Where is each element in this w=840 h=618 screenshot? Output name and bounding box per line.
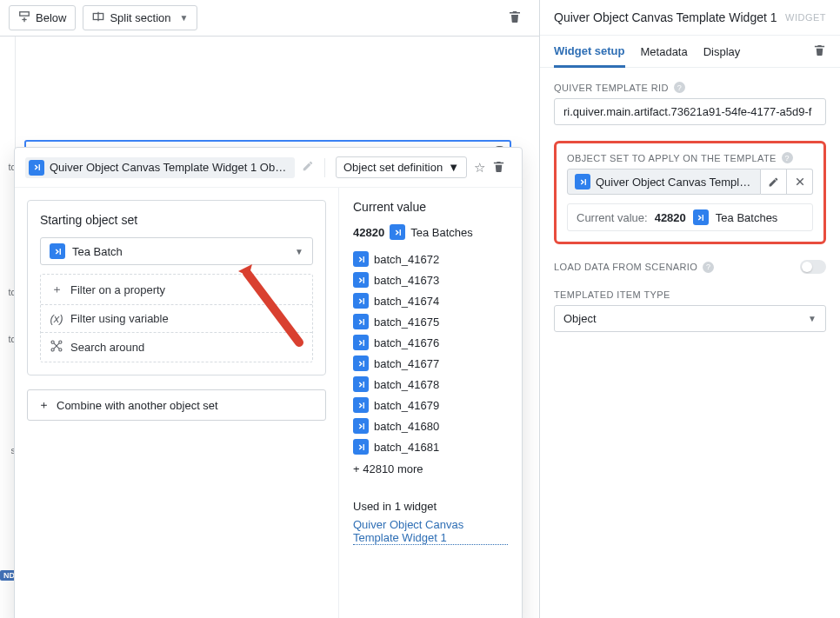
delete-widget-button[interactable] [813,43,826,59]
osd-label: Object set definition [343,161,443,174]
object-type-icon [390,224,405,240]
object-set-highlight: OBJECT SET TO APPLY ON THE TEMPLATE ? Qu… [554,141,826,244]
combine-object-set-button[interactable]: ＋ Combine with another object set [27,389,326,421]
object-icon [353,397,369,413]
plus-icon: ＋ [50,282,63,297]
split-icon [92,10,104,25]
object-set-definition-popup: Quiver Object Canvas Template Widget 1 O… [14,147,523,618]
delete-section-button[interactable] [508,10,522,26]
insert-below-button[interactable]: Below [9,5,76,30]
batch-list-item[interactable]: batch_41673 [353,269,508,290]
svg-rect-18 [363,340,363,346]
load-scenario-text: LOAD DATA FROM SCENARIO [554,262,697,272]
object-set-selector[interactable]: Quiver Object Canvas Template Widget … [567,169,761,195]
tab-display[interactable]: Display [703,37,741,66]
favorite-button[interactable]: ☆ [474,160,485,176]
item-type-value: Object [563,312,597,325]
object-icon [353,439,369,455]
svg-rect-15 [363,277,363,283]
object-count-label: Tea Batches [410,226,473,239]
clear-object-set-button[interactable] [787,169,813,195]
object-set-icon [29,160,44,176]
tab-metadata[interactable]: Metadata [641,37,688,66]
batch-list-item[interactable]: batch_41677 [353,353,508,374]
cv-count: 42820 [655,211,686,224]
svg-rect-26 [584,179,585,185]
svg-point-12 [59,349,62,351]
help-icon[interactable]: ? [703,262,714,273]
load-scenario-toggle[interactable] [800,260,826,274]
svg-rect-20 [363,382,363,388]
plus-icon: ＋ [38,397,50,413]
starting-object-type-value: Tea Batch [72,245,123,258]
starting-object-type-select[interactable]: Tea Batch ▼ [40,237,313,265]
batch-name: batch_41673 [374,274,439,287]
svg-rect-19 [363,361,363,367]
batch-name: batch_41675 [374,316,439,329]
object-type-icon [50,243,65,259]
batch-name: batch_41680 [374,420,439,433]
plus-below-icon [18,10,30,25]
panel-tabs: Widget setup Metadata Display [540,36,840,68]
more-objects-text: + 42810 more [353,457,508,481]
svg-rect-13 [399,229,400,236]
help-icon[interactable]: ? [782,152,793,163]
svg-point-10 [59,341,62,343]
starting-object-set-card: Starting object set Tea Batch ▼ ＋ Filter… [27,200,326,375]
object-icon [353,356,369,371]
batch-list-item[interactable]: batch_41681 [353,436,508,457]
search-around-label: Search around [70,341,144,354]
object-icon [353,272,369,288]
batch-list-item[interactable]: batch_41680 [353,415,508,436]
current-value-column: Current value 42820 Tea Batches batch_41… [339,188,522,618]
item-type-label: TEMPLATED ITEM TYPE [554,289,826,300]
divider [324,158,325,177]
object-set-label-text: OBJECT SET TO APPLY ON THE TEMPLATE [567,153,777,163]
svg-rect-17 [363,319,363,325]
svg-point-9 [51,341,54,343]
search-around-button[interactable]: Search around [41,332,312,362]
edit-object-set-button[interactable] [761,169,787,195]
object-set-definition-select[interactable]: Object set definition ▼ [336,156,467,178]
definition-column: Starting object set Tea Batch ▼ ＋ Filter… [15,188,339,618]
current-value-row: Current value: 42820 Tea Batches [567,203,813,231]
delete-variable-button[interactable] [492,160,505,176]
chevron-down-icon: ▼ [180,13,189,23]
batch-list-item[interactable]: batch_41679 [353,395,508,415]
batch-name: batch_41672 [374,253,439,266]
object-set-icon [575,174,590,189]
split-section-button[interactable]: Split section ▼ [83,5,197,30]
cv-label: Tea Batches [716,211,778,224]
batch-list-item[interactable]: batch_41674 [353,290,508,311]
svg-rect-23 [363,444,363,450]
object-icon [353,314,369,329]
variable-icon: (x) [50,312,63,325]
load-scenario-row: LOAD DATA FROM SCENARIO ? [554,260,826,274]
batch-list-item[interactable]: batch_41676 [353,332,508,353]
object-type-icon [693,209,709,225]
batch-list-item[interactable]: batch_41675 [353,311,508,332]
edit-name-button[interactable] [302,160,314,175]
batch-list-item[interactable]: batch_41672 [353,249,508,269]
svg-rect-8 [59,249,60,255]
filter-on-property-button[interactable]: ＋ Filter on a property [41,275,312,304]
current-value-title: Current value [353,200,508,214]
batch-name: batch_41676 [374,336,439,349]
item-type-select[interactable]: Object ▼ [554,305,826,332]
object-set-variable-pill[interactable]: Quiver Object Canvas Template Widget 1 O… [25,157,295,178]
rid-input[interactable]: ri.quiver.main.artifact.73621a91-54fe-41… [554,98,826,125]
object-icon [353,418,369,434]
tab-widget-setup[interactable]: Widget setup [554,36,625,68]
svg-rect-22 [363,423,363,429]
batch-list-item[interactable]: batch_41678 [353,374,508,395]
combine-label: Combine with another object set [57,399,218,412]
used-in-widget-link[interactable]: Quiver Object Canvas Template Widget 1 [353,518,508,545]
filter-using-variable-button[interactable]: (x) Filter using variable [41,304,312,332]
help-icon[interactable]: ? [674,82,685,93]
svg-point-11 [51,349,54,351]
item-type-group: TEMPLATED ITEM TYPE Object ▼ [554,289,826,332]
batch-name: batch_41678 [374,378,439,391]
split-section-label: Split section [110,11,170,24]
search-around-icon [50,340,63,355]
rid-group: QUIVER TEMPLATE RID ? ri.quiver.main.art… [554,82,826,125]
